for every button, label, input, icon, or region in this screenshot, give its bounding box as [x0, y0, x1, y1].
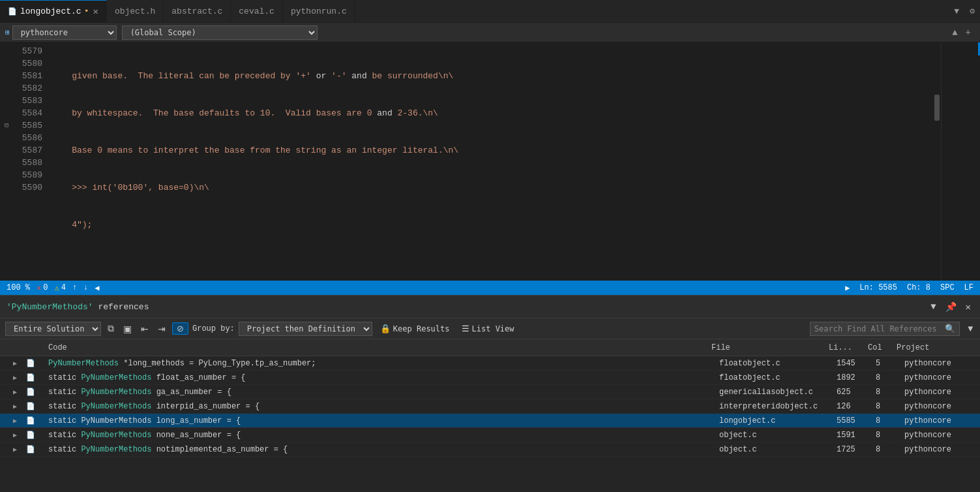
tab-abstractc[interactable]: abstract.c [164, 0, 231, 23]
search-refs-box[interactable]: 🔍 [810, 322, 960, 336]
row-code-full: static PyNumberMethods long_as_number = … [48, 416, 241, 425]
row-code-hl: PyNumberMethods [81, 445, 151, 454]
eol-indicator[interactable]: LF [964, 283, 973, 292]
prev-group-btn[interactable]: ⇤ [138, 322, 151, 335]
tab-close-longobject[interactable]: ✕ [93, 6, 98, 17]
search-refs-input[interactable] [814, 324, 945, 333]
group-by-label: Group by: [192, 324, 235, 333]
row-code-pre: static [48, 445, 81, 454]
editor-toolbar: ⊞ pythoncore (Global Scope) ▲ + [0, 23, 980, 42]
file-icon: 📄 [26, 388, 35, 396]
table-row[interactable]: ▶ 📄 static PyNumberMethods notimplemente… [0, 442, 980, 457]
up-nav[interactable]: ↑ [72, 283, 77, 292]
row-line: 1725 [837, 445, 876, 454]
search-expand-btn[interactable]: ▼ [966, 324, 975, 333]
error-count: 0 [43, 283, 48, 292]
row-code-post: notimplemented_as_number = { [156, 445, 288, 454]
tab-label-abstractc: abstract.c [171, 7, 222, 16]
tab-overflow-btn[interactable]: ▼ [949, 7, 964, 16]
project-selector[interactable]: pythoncore [12, 25, 117, 40]
col-col-header[interactable]: Col [868, 343, 894, 352]
code-content: given base. The literal can be preceded … [49, 42, 933, 281]
keep-results-btn[interactable]: 🔒 Keep Results [376, 322, 454, 335]
row-project: pythoncore [902, 416, 980, 425]
filter-btn[interactable]: ⊘ [172, 322, 188, 335]
project-icon: ⊞ [5, 28, 10, 37]
table-row[interactable]: ▶ 📄 PyNumberMethods *long_methods = PyLo… [0, 356, 980, 371]
row-project: pythoncore [902, 388, 980, 397]
row-col: 8 [876, 416, 902, 425]
tab-label-objecth: object.h [115, 7, 155, 16]
row-file: floatobject.c [719, 359, 837, 368]
right-nav[interactable]: ▶ [845, 283, 850, 293]
table-row[interactable]: ▶ 📄 static PyNumberMethods interpid_as_n… [0, 399, 980, 414]
table-row[interactable]: ▶ 📄 static PyNumberMethods none_as_numbe… [0, 428, 980, 442]
tab-longobject[interactable]: 📄 longobject.c • ✕ [0, 0, 107, 23]
error-indicator[interactable]: ✕ 0 [37, 283, 48, 293]
group-by-dropdown[interactable]: Project then Definition [239, 322, 372, 336]
col-file-header[interactable]: File [711, 343, 829, 352]
panel-pin-btn[interactable]: 📌 [943, 300, 959, 314]
editor-scrollbar[interactable] [933, 42, 941, 281]
file-icon: 📄 [26, 417, 35, 425]
list-icon: ☰ [462, 324, 469, 333]
encoding-indicator[interactable]: SPC [940, 283, 955, 292]
next-group-btn[interactable]: ⇥ [155, 322, 168, 335]
row-file: object.c [719, 445, 837, 454]
row-line: 126 [837, 402, 876, 411]
row-arrow: ▶ [13, 403, 17, 410]
row-line: 1591 [837, 431, 876, 440]
row-code-post: *long_methods = PyLong_Type.tp_as_number… [123, 359, 316, 368]
col-code-header[interactable]: Code [46, 343, 711, 352]
panel-title-suffix: references [98, 302, 149, 312]
row-code-hl: PyNumberMethods [81, 388, 151, 397]
references-panel: 'PyNumberMethods' references ▼ 📌 ✕ Entir… [0, 295, 980, 492]
down-nav[interactable]: ↓ [83, 283, 88, 292]
row-col: 8 [876, 431, 902, 440]
tab-pythonrunc[interactable]: pythonrun.c [283, 0, 355, 23]
row-col: 8 [876, 373, 902, 382]
col-line-header[interactable]: Li... [829, 343, 868, 352]
view-btn[interactable]: ▣ [121, 322, 134, 335]
settings-gear-icon[interactable]: ⚙ [964, 6, 980, 16]
tab-cevalc[interactable]: ceval.c [231, 0, 283, 23]
row-arrow: ▶ [13, 360, 17, 367]
line-indicator: Ln: 5585 [859, 283, 897, 292]
row-project: pythoncore [902, 373, 980, 382]
row-code-hl: PyNumberMethods [81, 402, 151, 411]
ref-table-header: Code File Li... Col Project [0, 339, 980, 356]
panel-close-btn[interactable]: ✕ [963, 300, 973, 314]
expand-icon[interactable]: ▲ [948, 27, 961, 38]
keep-results-label: Keep Results [393, 324, 450, 333]
folding-gutter: ⊟ [0, 42, 13, 281]
search-icon: 🔍 [945, 324, 955, 334]
col-project-header[interactable]: Project [894, 343, 972, 352]
file-icon: 📄 [26, 360, 35, 367]
table-row[interactable]: ▶ 📄 static PyNumberMethods float_as_numb… [0, 371, 980, 385]
left-nav[interactable]: ◀ [95, 283, 99, 293]
warning-indicator[interactable]: ⚠ 4 [54, 283, 65, 293]
zoom-level[interactable]: 100 % [7, 283, 30, 292]
status-left: 100 % ✕ 0 ⚠ 4 ↑ ↓ ◀ [7, 283, 100, 293]
copy-btn[interactable]: ⧉ [105, 322, 117, 335]
row-code-post: none_as_number = { [156, 431, 241, 440]
tab-objecth[interactable]: object.h [107, 0, 164, 23]
scope-selector[interactable]: (Global Scope) [122, 25, 318, 40]
line-numbers: 5579 5580 5581 5582 5583 5584 5585 5586 … [13, 42, 49, 281]
row-arrow: ▶ [13, 418, 17, 425]
row-file: floatobject.c [719, 373, 837, 382]
row-line: 625 [837, 388, 876, 397]
panel-dropdown-btn[interactable]: ▼ [928, 300, 938, 313]
status-right: ▶ Ln: 5585 Ch: 8 SPC LF [845, 283, 973, 293]
table-row-selected[interactable]: ▶ 📄 static PyNumberMethods long_as_numbe… [0, 414, 980, 428]
list-view-btn[interactable]: ☰ List View [458, 322, 518, 335]
scope-dropdown[interactable]: Entire Solution [5, 322, 101, 336]
ref-table-body[interactable]: ▶ 📄 PyNumberMethods *long_methods = PyLo… [0, 356, 980, 492]
row-col: 5 [876, 359, 902, 368]
row-file: object.c [719, 431, 837, 440]
table-row[interactable]: ▶ 📄 static PyNumberMethods ga_as_number … [0, 385, 980, 399]
expand-right-icon[interactable]: + [962, 27, 975, 38]
row-line: 1545 [837, 359, 876, 368]
file-icon: 📄 [26, 403, 35, 410]
list-view-label: List View [472, 324, 514, 333]
